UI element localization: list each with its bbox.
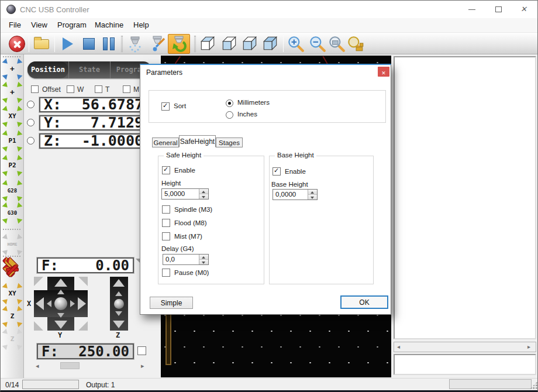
zero-xy-button[interactable]: XY	[2, 106, 22, 126]
height-value[interactable]: 5,0000	[162, 189, 199, 199]
scroll-right-icon[interactable]: ▸	[527, 343, 530, 350]
jog-z-minus-step-button[interactable]	[115, 311, 122, 316]
delay-value[interactable]: 0,0	[163, 255, 199, 264]
menu-view[interactable]: View	[31, 20, 47, 29]
tab-safeheight[interactable]: SafeHeight	[179, 135, 216, 147]
spindle-checkbox[interactable]	[162, 205, 170, 214]
spin-down-icon[interactable]	[308, 195, 317, 200]
delay-spinner[interactable]: 0,0	[163, 254, 209, 265]
mdi-input-panel[interactable]	[394, 354, 536, 375]
dialog-close-button[interactable]	[378, 67, 389, 77]
sort-checkbox[interactable]	[161, 102, 170, 111]
inches-radio[interactable]	[226, 111, 233, 119]
spin-up-icon[interactable]	[199, 255, 208, 260]
maximize-button[interactable]	[485, 1, 512, 18]
toolbar-grip[interactable]	[3, 229, 20, 230]
jog-x-minus-step-button[interactable]	[47, 300, 51, 307]
stop-button[interactable]	[79, 35, 99, 53]
jog-x-minus-fast-button[interactable]	[36, 297, 44, 310]
jog-z-minus-fast-button[interactable]	[113, 321, 125, 328]
menu-machine[interactable]: Machine	[95, 20, 123, 29]
program-list-panel[interactable]	[394, 56, 536, 339]
spin-up-icon[interactable]	[308, 190, 317, 195]
t-checkbox[interactable]	[95, 85, 102, 93]
jog-center-button[interactable]	[54, 297, 67, 310]
y-axis-radio[interactable]	[27, 119, 35, 126]
goto-g30-button[interactable]: G30	[2, 203, 22, 223]
feed-override-checkbox[interactable]	[137, 346, 146, 355]
toolbar-grip[interactable]	[3, 256, 20, 257]
view-side-button[interactable]	[241, 35, 261, 53]
jog-diagonal-up-right-button[interactable]	[78, 277, 88, 286]
measure-z-button[interactable]: Z	[2, 307, 22, 326]
view-iso-button[interactable]	[261, 35, 281, 53]
measure-z-alt-button[interactable]: Z	[2, 329, 22, 349]
goto-g28-button[interactable]: G28	[2, 181, 22, 201]
tab-state[interactable]: State	[68, 61, 110, 78]
pause-button[interactable]	[99, 35, 119, 53]
menu-file[interactable]: File	[9, 20, 21, 29]
measure-xy-button[interactable]: XY	[2, 284, 22, 304]
safe-height-enable-checkbox[interactable]	[162, 166, 170, 174]
program-list-hscrollbar[interactable]: ◂ ▸	[394, 342, 536, 352]
scroll-left-icon[interactable]: ◂	[397, 343, 400, 350]
tab-position[interactable]: Position	[27, 61, 68, 78]
cancel-limit-button[interactable]	[2, 260, 22, 280]
x-axis-radio[interactable]	[27, 101, 35, 108]
ok-button[interactable]: OK	[340, 295, 388, 309]
zero-all-button[interactable]: +	[2, 82, 22, 102]
jog-x-plus-fast-button[interactable]	[78, 297, 86, 310]
jog-y-minus-fast-button[interactable]	[54, 321, 67, 329]
spin-up-icon[interactable]	[199, 189, 208, 194]
m-checkbox[interactable]	[123, 85, 130, 93]
jog-y-plus-step-button[interactable]	[57, 290, 64, 294]
spray-coolant-button[interactable]	[126, 35, 146, 53]
slider-thumb[interactable]	[60, 362, 80, 369]
measure-tool-button[interactable]	[148, 35, 168, 53]
menu-program[interactable]: Program	[57, 20, 87, 29]
zoom-window-button[interactable]	[327, 35, 347, 53]
jog-diagonal-down-left-button[interactable]	[34, 321, 43, 331]
base-height-value[interactable]: 0,0000	[273, 190, 308, 200]
slider-right-icon[interactable]: ▸	[141, 362, 144, 370]
height-spinner[interactable]: 5,0000	[161, 188, 209, 200]
jog-diagonal-up-left-button[interactable]	[34, 277, 43, 286]
minimize-button[interactable]	[458, 1, 485, 18]
base-height-spinner[interactable]: 0,0000	[273, 189, 318, 200]
offset-current-button[interactable]: +	[2, 59, 22, 79]
goto-home-button[interactable]: HOME	[2, 235, 22, 255]
flood-checkbox[interactable]	[162, 219, 170, 227]
millimeters-radio[interactable]	[226, 99, 233, 107]
tab-stages[interactable]: Stages	[216, 137, 243, 147]
w-checkbox[interactable]	[67, 85, 74, 93]
view-top-button[interactable]	[199, 35, 219, 53]
view-front-button[interactable]	[220, 35, 240, 53]
slider-left-icon[interactable]: ◂	[36, 362, 39, 370]
jog-z-plus-step-button[interactable]	[115, 291, 122, 296]
jog-z-center-button[interactable]	[114, 299, 124, 309]
emergency-stop-button[interactable]	[8, 35, 27, 53]
spin-down-icon[interactable]	[199, 194, 208, 199]
goto-p1-button[interactable]: P1	[2, 131, 22, 151]
jog-diagonal-down-right-button[interactable]	[78, 321, 88, 331]
toolpath-simulation-button[interactable]	[168, 34, 190, 54]
start-button[interactable]	[58, 35, 78, 53]
close-button[interactable]	[512, 1, 538, 18]
spin-down-icon[interactable]	[199, 260, 208, 264]
toolbar-grip[interactable]	[3, 56, 20, 57]
menu-help[interactable]: Help	[133, 20, 149, 29]
simple-button[interactable]: Simple	[150, 297, 193, 309]
pause-checkbox[interactable]	[162, 269, 170, 277]
jog-x-plus-step-button[interactable]	[70, 300, 75, 307]
mist-checkbox[interactable]	[162, 232, 170, 240]
tab-general[interactable]: General	[152, 137, 179, 147]
zoom-tool-button[interactable]	[346, 35, 366, 53]
jog-y-plus-fast-button[interactable]	[54, 278, 67, 287]
zoom-out-button[interactable]	[308, 35, 328, 53]
goto-p2-button[interactable]: P2	[2, 156, 22, 176]
z-axis-radio[interactable]	[27, 137, 35, 145]
offset-checkbox[interactable]	[31, 85, 39, 93]
base-height-enable-checkbox[interactable]	[273, 167, 281, 176]
open-file-button[interactable]	[32, 35, 52, 53]
jog-z-plus-fast-button[interactable]	[113, 279, 125, 287]
